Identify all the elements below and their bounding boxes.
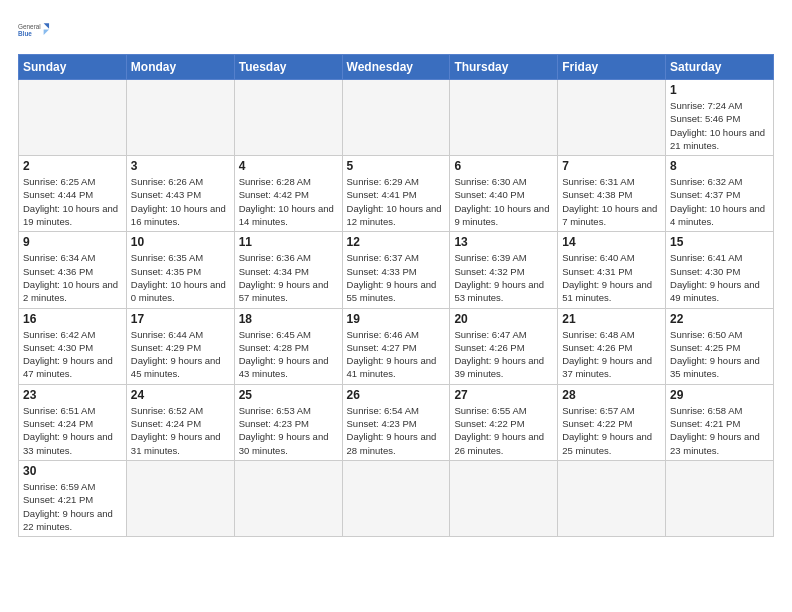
day-cell: 29Sunrise: 6:58 AM Sunset: 4:21 PM Dayli… (666, 384, 774, 460)
day-info: Sunrise: 6:40 AM Sunset: 4:31 PM Dayligh… (562, 251, 661, 304)
col-header-thursday: Thursday (450, 55, 558, 80)
day-number: 22 (670, 312, 769, 326)
day-cell: 12Sunrise: 6:37 AM Sunset: 4:33 PM Dayli… (342, 232, 450, 308)
day-cell (666, 460, 774, 536)
day-cell: 28Sunrise: 6:57 AM Sunset: 4:22 PM Dayli… (558, 384, 666, 460)
day-cell: 23Sunrise: 6:51 AM Sunset: 4:24 PM Dayli… (19, 384, 127, 460)
day-info: Sunrise: 6:48 AM Sunset: 4:26 PM Dayligh… (562, 328, 661, 381)
week-row-0: 1Sunrise: 7:24 AM Sunset: 5:46 PM Daylig… (19, 80, 774, 156)
day-info: Sunrise: 6:59 AM Sunset: 4:21 PM Dayligh… (23, 480, 122, 533)
col-header-saturday: Saturday (666, 55, 774, 80)
col-header-wednesday: Wednesday (342, 55, 450, 80)
day-cell: 2Sunrise: 6:25 AM Sunset: 4:44 PM Daylig… (19, 156, 127, 232)
logo-icon: GeneralBlue (18, 16, 50, 44)
day-number: 29 (670, 388, 769, 402)
day-number: 12 (347, 235, 446, 249)
day-cell: 21Sunrise: 6:48 AM Sunset: 4:26 PM Dayli… (558, 308, 666, 384)
day-cell (19, 80, 127, 156)
day-cell: 3Sunrise: 6:26 AM Sunset: 4:43 PM Daylig… (126, 156, 234, 232)
day-cell: 5Sunrise: 6:29 AM Sunset: 4:41 PM Daylig… (342, 156, 450, 232)
day-number: 3 (131, 159, 230, 173)
day-cell (126, 460, 234, 536)
day-cell (234, 80, 342, 156)
day-cell: 19Sunrise: 6:46 AM Sunset: 4:27 PM Dayli… (342, 308, 450, 384)
day-number: 8 (670, 159, 769, 173)
day-info: Sunrise: 6:45 AM Sunset: 4:28 PM Dayligh… (239, 328, 338, 381)
day-number: 2 (23, 159, 122, 173)
day-number: 1 (670, 83, 769, 97)
day-info: Sunrise: 6:55 AM Sunset: 4:22 PM Dayligh… (454, 404, 553, 457)
day-info: Sunrise: 6:34 AM Sunset: 4:36 PM Dayligh… (23, 251, 122, 304)
day-number: 26 (347, 388, 446, 402)
day-number: 17 (131, 312, 230, 326)
svg-marker-3 (44, 30, 49, 35)
day-cell (342, 80, 450, 156)
day-cell: 6Sunrise: 6:30 AM Sunset: 4:40 PM Daylig… (450, 156, 558, 232)
svg-marker-2 (44, 23, 49, 28)
day-info: Sunrise: 6:46 AM Sunset: 4:27 PM Dayligh… (347, 328, 446, 381)
day-info: Sunrise: 6:44 AM Sunset: 4:29 PM Dayligh… (131, 328, 230, 381)
week-row-5: 30Sunrise: 6:59 AM Sunset: 4:21 PM Dayli… (19, 460, 774, 536)
calendar: SundayMondayTuesdayWednesdayThursdayFrid… (18, 54, 774, 537)
day-info: Sunrise: 6:54 AM Sunset: 4:23 PM Dayligh… (347, 404, 446, 457)
day-number: 6 (454, 159, 553, 173)
day-cell: 1Sunrise: 7:24 AM Sunset: 5:46 PM Daylig… (666, 80, 774, 156)
header: GeneralBlue (18, 16, 774, 44)
day-cell: 14Sunrise: 6:40 AM Sunset: 4:31 PM Dayli… (558, 232, 666, 308)
day-info: Sunrise: 6:37 AM Sunset: 4:33 PM Dayligh… (347, 251, 446, 304)
day-cell: 16Sunrise: 6:42 AM Sunset: 4:30 PM Dayli… (19, 308, 127, 384)
day-cell: 17Sunrise: 6:44 AM Sunset: 4:29 PM Dayli… (126, 308, 234, 384)
day-number: 16 (23, 312, 122, 326)
day-number: 13 (454, 235, 553, 249)
day-info: Sunrise: 7:24 AM Sunset: 5:46 PM Dayligh… (670, 99, 769, 152)
day-number: 10 (131, 235, 230, 249)
day-cell: 22Sunrise: 6:50 AM Sunset: 4:25 PM Dayli… (666, 308, 774, 384)
day-cell: 10Sunrise: 6:35 AM Sunset: 4:35 PM Dayli… (126, 232, 234, 308)
day-info: Sunrise: 6:36 AM Sunset: 4:34 PM Dayligh… (239, 251, 338, 304)
day-info: Sunrise: 6:28 AM Sunset: 4:42 PM Dayligh… (239, 175, 338, 228)
header-row: SundayMondayTuesdayWednesdayThursdayFrid… (19, 55, 774, 80)
day-cell (558, 80, 666, 156)
day-cell: 26Sunrise: 6:54 AM Sunset: 4:23 PM Dayli… (342, 384, 450, 460)
week-row-4: 23Sunrise: 6:51 AM Sunset: 4:24 PM Dayli… (19, 384, 774, 460)
day-cell: 30Sunrise: 6:59 AM Sunset: 4:21 PM Dayli… (19, 460, 127, 536)
day-cell: 18Sunrise: 6:45 AM Sunset: 4:28 PM Dayli… (234, 308, 342, 384)
day-number: 27 (454, 388, 553, 402)
day-cell: 27Sunrise: 6:55 AM Sunset: 4:22 PM Dayli… (450, 384, 558, 460)
day-cell (558, 460, 666, 536)
day-number: 23 (23, 388, 122, 402)
col-header-monday: Monday (126, 55, 234, 80)
day-number: 20 (454, 312, 553, 326)
day-cell: 7Sunrise: 6:31 AM Sunset: 4:38 PM Daylig… (558, 156, 666, 232)
day-cell: 24Sunrise: 6:52 AM Sunset: 4:24 PM Dayli… (126, 384, 234, 460)
day-info: Sunrise: 6:29 AM Sunset: 4:41 PM Dayligh… (347, 175, 446, 228)
day-number: 11 (239, 235, 338, 249)
day-number: 21 (562, 312, 661, 326)
col-header-sunday: Sunday (19, 55, 127, 80)
page: GeneralBlue SundayMondayTuesdayWednesday… (0, 0, 792, 549)
day-cell: 4Sunrise: 6:28 AM Sunset: 4:42 PM Daylig… (234, 156, 342, 232)
day-info: Sunrise: 6:47 AM Sunset: 4:26 PM Dayligh… (454, 328, 553, 381)
week-row-1: 2Sunrise: 6:25 AM Sunset: 4:44 PM Daylig… (19, 156, 774, 232)
day-cell: 8Sunrise: 6:32 AM Sunset: 4:37 PM Daylig… (666, 156, 774, 232)
svg-text:General: General (18, 23, 41, 30)
svg-text:Blue: Blue (18, 30, 32, 37)
day-number: 19 (347, 312, 446, 326)
day-number: 28 (562, 388, 661, 402)
day-number: 14 (562, 235, 661, 249)
day-number: 4 (239, 159, 338, 173)
day-number: 18 (239, 312, 338, 326)
day-cell (450, 460, 558, 536)
day-info: Sunrise: 6:30 AM Sunset: 4:40 PM Dayligh… (454, 175, 553, 228)
week-row-2: 9Sunrise: 6:34 AM Sunset: 4:36 PM Daylig… (19, 232, 774, 308)
day-info: Sunrise: 6:31 AM Sunset: 4:38 PM Dayligh… (562, 175, 661, 228)
day-cell: 25Sunrise: 6:53 AM Sunset: 4:23 PM Dayli… (234, 384, 342, 460)
day-info: Sunrise: 6:35 AM Sunset: 4:35 PM Dayligh… (131, 251, 230, 304)
day-info: Sunrise: 6:26 AM Sunset: 4:43 PM Dayligh… (131, 175, 230, 228)
day-cell: 9Sunrise: 6:34 AM Sunset: 4:36 PM Daylig… (19, 232, 127, 308)
day-cell (450, 80, 558, 156)
day-cell: 11Sunrise: 6:36 AM Sunset: 4:34 PM Dayli… (234, 232, 342, 308)
day-cell: 20Sunrise: 6:47 AM Sunset: 4:26 PM Dayli… (450, 308, 558, 384)
day-info: Sunrise: 6:52 AM Sunset: 4:24 PM Dayligh… (131, 404, 230, 457)
col-header-tuesday: Tuesday (234, 55, 342, 80)
